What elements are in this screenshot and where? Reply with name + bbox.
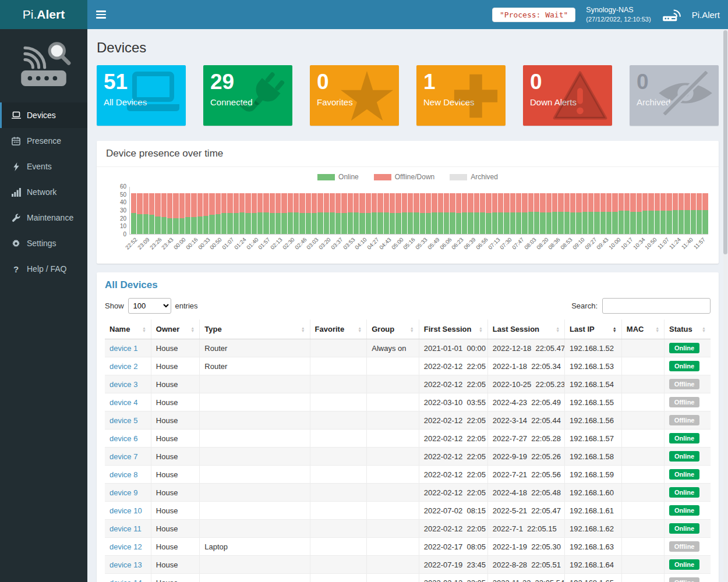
search-input[interactable] — [602, 298, 711, 314]
summary-card-archived[interactable]: 0Archived — [630, 65, 719, 126]
device-link[interactable]: device 6 — [109, 434, 137, 443]
column-header-owner[interactable]: Owner▲▼ — [151, 320, 199, 339]
cell-favorite — [310, 556, 367, 574]
chart-bar — [462, 193, 467, 234]
entries-label: entries — [175, 301, 198, 310]
brand-logo[interactable]: Pi.Alert — [0, 0, 87, 29]
x-axis-label: 08:36 — [547, 236, 561, 251]
x-axis-label: 02:46 — [293, 236, 308, 251]
chart-bar — [252, 193, 257, 234]
cell-name: device 7 — [105, 448, 151, 466]
status-badge: Offline — [669, 397, 699, 407]
column-header-group[interactable]: Group▲▼ — [367, 320, 419, 339]
sidebar-item-network[interactable]: Network — [0, 179, 87, 205]
sort-icon: ▲▼ — [655, 327, 659, 332]
cell-status: Online — [665, 357, 711, 375]
sidebar-item-devices[interactable]: Devices — [0, 102, 87, 128]
device-row: device 14House2022-02-12 22:052022-11-22… — [105, 574, 711, 582]
sidebar-item-events[interactable]: Events — [0, 154, 87, 179]
page-length-select[interactable]: 100 — [128, 298, 171, 314]
column-header-last-ip[interactable]: Last IP▲▼ — [565, 320, 622, 339]
sidebar-item-help-faq[interactable]: ?Help / FAQ — [0, 256, 87, 282]
summary-card-new-devices[interactable]: 1New Devices — [416, 65, 506, 126]
status-badge: Online — [669, 343, 699, 353]
cell-type — [200, 375, 310, 393]
laptop-icon — [11, 111, 21, 119]
legend-item-archived[interactable]: Archived — [450, 173, 498, 181]
presence-chart: 0102030405060 — [129, 187, 708, 235]
cell-mac — [621, 393, 664, 411]
device-link[interactable]: device 10 — [109, 506, 142, 515]
cell-type — [200, 430, 310, 448]
cell-group — [367, 357, 419, 375]
chart-bar — [414, 193, 419, 234]
cell-last-ip: 192.168.1.63 — [565, 538, 622, 556]
cell-first-session: 2022-02-12 22:05 — [419, 520, 487, 538]
cell-first-session: 2022-02-12 22:05 — [419, 448, 487, 466]
device-link[interactable]: device 9 — [109, 488, 137, 497]
device-link[interactable]: device 4 — [109, 398, 137, 407]
cell-last-session: 2022-10-25 22:05.23 — [487, 375, 564, 393]
cell-first-session: 2022-03-10 03:55 — [419, 393, 487, 411]
cell-first-session: 2022-02-12 22:05 — [419, 411, 487, 430]
cell-last-session: 2022-5-21 22:05.47 — [487, 502, 564, 520]
chart-bar — [270, 193, 275, 234]
search-label: Search: — [571, 301, 598, 310]
device-link[interactable]: device 8 — [109, 470, 137, 479]
column-header-favorite[interactable]: Favorite▲▼ — [310, 320, 367, 339]
status-badge: Online — [669, 505, 699, 516]
summary-card-all-devices[interactable]: 51All Devices — [97, 65, 186, 126]
brand-suffix: Alert — [37, 8, 65, 22]
device-link[interactable]: device 2 — [109, 362, 137, 371]
sidebar-item-maintenance[interactable]: Maintenance — [0, 205, 87, 230]
legend-label: Online — [338, 173, 359, 181]
device-link[interactable]: device 5 — [109, 416, 137, 425]
chart-bar — [173, 193, 178, 234]
summary-card-favorites[interactable]: 0Favorites — [310, 65, 399, 126]
cell-owner: House — [151, 357, 199, 375]
column-header-first-session[interactable]: First Session▲▼ — [419, 320, 487, 339]
device-link[interactable]: device 3 — [109, 380, 137, 389]
cell-last-ip: 192.168.1.64 — [565, 556, 622, 574]
y-axis-label: 50 — [110, 191, 126, 198]
column-header-type[interactable]: Type▲▼ — [200, 320, 310, 339]
cell-favorite — [310, 430, 367, 448]
chart-bar — [612, 193, 617, 234]
summary-card-connected[interactable]: 29Connected — [203, 65, 292, 126]
device-link[interactable]: device 1 — [109, 344, 137, 353]
legend-item-online[interactable]: Online — [317, 173, 359, 181]
device-link[interactable]: device 13 — [109, 560, 142, 569]
column-header-mac[interactable]: MAC▲▼ — [621, 320, 664, 339]
chart-bar — [540, 193, 545, 234]
device-link[interactable]: device 7 — [109, 452, 137, 461]
cell-favorite — [310, 466, 367, 484]
cell-last-ip: 192.168.1.60 — [565, 484, 622, 502]
y-axis-label: 0 — [110, 231, 126, 237]
x-axis-label: 23:09 — [136, 236, 151, 251]
sidebar-item-presence[interactable]: Presence — [0, 128, 87, 154]
sidebar-item-settings[interactable]: Settings — [0, 230, 87, 256]
column-header-last-session[interactable]: Last Session▲▼ — [487, 320, 564, 339]
x-axis-label: 05:49 — [426, 236, 441, 251]
device-link[interactable]: device 14 — [109, 579, 142, 582]
cell-last-session: 2022-1-18 22:05.34 — [487, 357, 564, 375]
device-link[interactable]: device 12 — [109, 542, 142, 551]
menu-toggle-button[interactable] — [87, 0, 114, 29]
x-axis-label: 03:37 — [330, 236, 344, 251]
page-scrollbar[interactable] — [723, 30, 727, 581]
chart-bar — [294, 193, 299, 234]
legend-item-offline-down[interactable]: Offline/Down — [374, 173, 434, 181]
column-header-status[interactable]: Status▲▼ — [665, 320, 711, 339]
cell-type — [200, 502, 310, 520]
column-header-name[interactable]: Name▲▼ — [105, 320, 151, 339]
device-link[interactable]: device 11 — [109, 524, 142, 533]
cell-last-session: 2022-4-23 22:05.49 — [487, 393, 564, 411]
x-axis-label: 08:03 — [523, 236, 538, 251]
summary-card-down-alerts[interactable]: 0Down Alerts — [523, 65, 612, 126]
chart-bar — [215, 193, 221, 234]
sidebar-item-label: Help / FAQ — [27, 264, 66, 274]
cell-mac — [621, 520, 664, 538]
cell-group — [367, 411, 419, 430]
cell-group — [367, 448, 419, 466]
cell-first-session: 2022-02-12 22:05 — [419, 466, 487, 484]
